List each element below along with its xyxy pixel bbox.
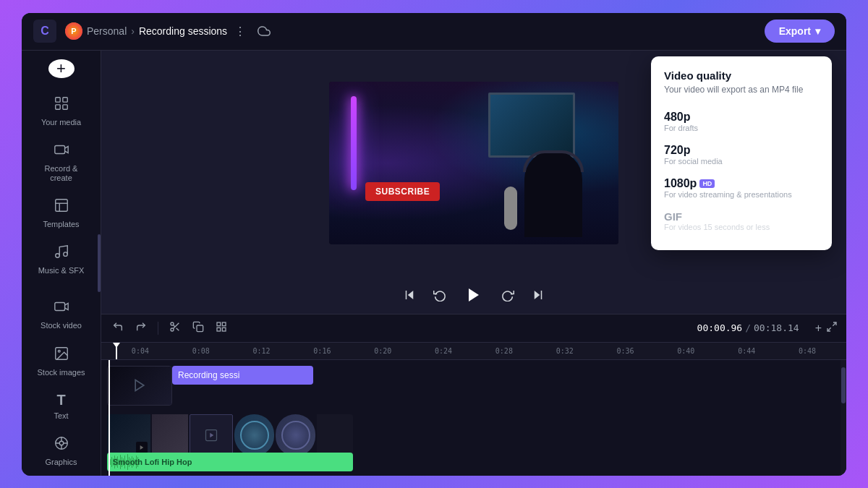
svg-marker-35 bbox=[140, 445, 144, 450]
graphics-icon bbox=[54, 435, 69, 455]
quality-option-480p[interactable]: 480p For drafts bbox=[664, 105, 819, 138]
svg-rect-28 bbox=[217, 322, 221, 326]
svg-rect-3 bbox=[62, 97, 67, 101]
app-logo: C bbox=[33, 20, 56, 43]
video-strip-clip-3[interactable] bbox=[190, 414, 233, 456]
add-button[interactable]: + bbox=[48, 59, 75, 78]
video-strip-fill bbox=[317, 414, 353, 456]
timeline-toolbar: 00:00.96 / 00:18.14 + bbox=[101, 314, 846, 343]
more-tools-button[interactable] bbox=[213, 319, 229, 338]
toolbar-divider-1 bbox=[158, 322, 158, 335]
sidebar-scrollbar bbox=[98, 234, 101, 292]
microphone bbox=[504, 187, 517, 230]
cut-button[interactable] bbox=[167, 319, 183, 338]
time-current: 00:00.96 bbox=[697, 322, 743, 333]
svg-point-23 bbox=[171, 328, 174, 331]
text-icon: T bbox=[56, 392, 65, 408]
content-area: SUBSCRIBE Video quality Your video will … bbox=[101, 51, 846, 476]
breadcrumb-separator: › bbox=[131, 25, 135, 37]
ruler-mark-5: 0:24 bbox=[413, 347, 474, 355]
track-playhead-line bbox=[109, 360, 110, 476]
play-button[interactable] bbox=[461, 282, 487, 308]
sidebar-label-text: Text bbox=[54, 411, 68, 421]
expand-button[interactable] bbox=[826, 321, 838, 335]
duplicate-button[interactable] bbox=[190, 319, 206, 338]
export-button[interactable]: Export ▾ bbox=[765, 20, 835, 43]
sidebar-item-text[interactable]: T Text bbox=[29, 386, 94, 427]
quality-option-720p[interactable]: 720p For social media bbox=[664, 138, 819, 171]
quality-option-1080p[interactable]: 1080p HD For video streaming & presentat… bbox=[664, 171, 819, 205]
time-separator: / bbox=[745, 322, 751, 333]
svg-rect-27 bbox=[197, 325, 203, 332]
sidebar-item-templates[interactable]: Templates bbox=[29, 192, 94, 235]
breadcrumb: P Personal › Recording sessions ⋮ bbox=[65, 22, 756, 41]
ruler-mark-2: 0:12 bbox=[231, 347, 292, 355]
top-bar: C P Personal bbox=[22, 13, 846, 51]
quality-name-720p: 720p bbox=[664, 144, 819, 157]
personal-label: Personal bbox=[87, 25, 127, 37]
video-quality-panel: Video quality Your video will export as … bbox=[651, 56, 832, 250]
timeline-ruler: 0:04 0:08 0:12 0:16 0:20 0:24 0:28 0:32 … bbox=[101, 343, 846, 360]
timeline-section: 00:00.96 / 00:18.14 + bbox=[101, 314, 846, 476]
black-video-clip[interactable] bbox=[107, 366, 172, 406]
sidebar-label-templates: Templates bbox=[43, 220, 79, 229]
quality-desc-720p: For social media bbox=[664, 157, 819, 166]
music-sfx-icon bbox=[54, 244, 69, 263]
ruler-mark-8: 0:36 bbox=[595, 347, 656, 355]
sidebar-label-music-sfx: Music & SFX bbox=[38, 266, 85, 275]
svg-marker-37 bbox=[210, 432, 213, 437]
zoom-controls: + bbox=[815, 321, 838, 335]
audio-label: Smooth Lofi Hip Hop bbox=[107, 458, 192, 466]
svg-marker-34 bbox=[135, 380, 144, 391]
zoom-in-button[interactable]: + bbox=[815, 322, 822, 335]
skip-forward-button[interactable] bbox=[529, 286, 548, 304]
svg-line-25 bbox=[176, 328, 179, 330]
svg-rect-30 bbox=[217, 328, 221, 331]
video-strip-clip-2[interactable] bbox=[152, 414, 188, 456]
rewind-button[interactable] bbox=[430, 286, 449, 304]
more-options-button[interactable]: ⋮ bbox=[231, 22, 249, 41]
audio-track[interactable]: Smooth Lofi Hip Hop bbox=[107, 453, 353, 471]
quality-option-gif[interactable]: GIF For videos 15 seconds or less bbox=[664, 205, 819, 237]
video-strip-clip-1[interactable] bbox=[107, 414, 150, 456]
svg-rect-12 bbox=[54, 303, 64, 311]
sidebar-item-stock-video[interactable]: Stock video bbox=[29, 293, 94, 336]
sidebar-label-graphics: Graphics bbox=[45, 458, 77, 467]
forward-button[interactable] bbox=[498, 286, 517, 304]
playhead-line bbox=[116, 346, 117, 360]
ruler-mark-4: 0:20 bbox=[352, 347, 413, 355]
sidebar-label-record-create: Record &create bbox=[45, 164, 78, 183]
svg-rect-31 bbox=[222, 328, 226, 331]
svg-point-11 bbox=[63, 252, 67, 257]
skip-back-button[interactable] bbox=[400, 286, 419, 304]
cloud-button[interactable] bbox=[255, 22, 273, 40]
ruler-mark-1: 0:08 bbox=[171, 347, 231, 355]
sidebar-item-stock-images[interactable]: Stock images bbox=[29, 340, 94, 383]
timeline-scrollbar[interactable] bbox=[841, 360, 846, 476]
neon-light bbox=[351, 96, 357, 190]
time-display: 00:00.96 / 00:18.14 bbox=[697, 322, 799, 333]
quality-name-480p: 480p bbox=[664, 111, 819, 124]
sidebar-item-music-sfx[interactable]: Music & SFX bbox=[29, 238, 94, 281]
app-window: C P Personal bbox=[22, 13, 846, 476]
sidebar-item-your-media[interactable]: Your media bbox=[29, 90, 94, 133]
breadcrumb-personal[interactable]: P Personal bbox=[65, 22, 127, 40]
black-clip-thumbnail bbox=[108, 367, 171, 405]
templates-icon bbox=[54, 197, 69, 217]
video-strip-clip-5[interactable] bbox=[276, 414, 315, 456]
playhead-triangle bbox=[113, 343, 120, 348]
sidebar-item-record-create[interactable]: Record &create bbox=[29, 136, 94, 189]
sidebar-label-stock-images: Stock images bbox=[37, 368, 85, 377]
recording-clip[interactable]: Recording sessi bbox=[172, 366, 313, 385]
sidebar-item-graphics[interactable]: Graphics bbox=[29, 429, 94, 473]
breadcrumb-actions: ⋮ bbox=[231, 22, 273, 41]
redo-button[interactable] bbox=[133, 319, 149, 338]
your-media-icon bbox=[54, 95, 69, 115]
video-preview: SUBSCRIBE bbox=[329, 82, 618, 244]
ruler-marks: 0:04 0:08 0:12 0:16 0:20 0:24 0:28 0:32 … bbox=[110, 347, 838, 355]
svg-point-16 bbox=[59, 441, 64, 445]
undo-button[interactable] bbox=[110, 319, 126, 338]
svg-rect-6 bbox=[54, 145, 64, 153]
video-strip-clip-4[interactable] bbox=[234, 414, 274, 456]
video-strip-track[interactable] bbox=[107, 414, 353, 456]
